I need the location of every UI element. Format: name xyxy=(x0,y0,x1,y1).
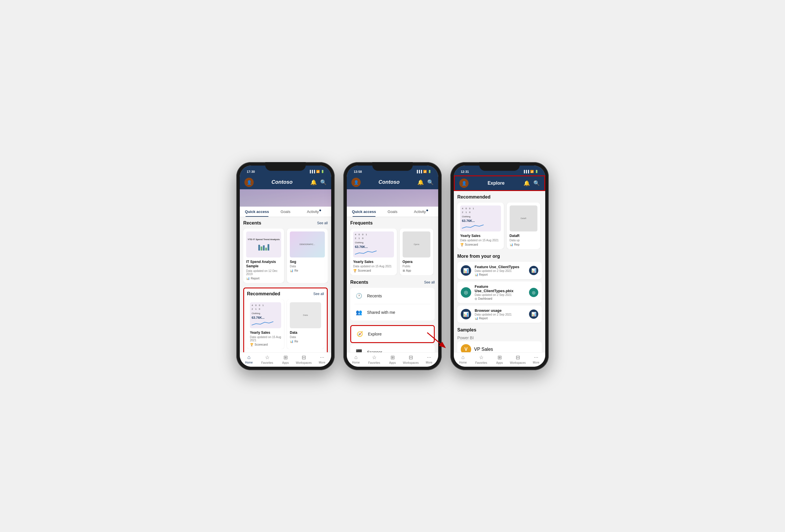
nav-favorites-3[interactable]: ☆ Favorites xyxy=(472,354,490,364)
freq-sub-2: Publis xyxy=(403,265,431,268)
time-1: 17:30 xyxy=(247,170,255,174)
rec3-title-1: Yearly Sales xyxy=(460,234,501,238)
list-item-shared[interactable]: 👥 Shared with me xyxy=(354,304,431,320)
nav-workspaces-1[interactable]: ⊟ Workspaces xyxy=(295,354,313,364)
recents-list-title: Recents xyxy=(350,280,368,285)
app-icon: ⊞ xyxy=(403,269,405,272)
recommended-cards-3: 4001 210 Clothing 63.76K... xyxy=(457,203,542,249)
list-item-scanner[interactable]: ⬛ Scanner xyxy=(354,344,431,352)
org-title: More from your org xyxy=(457,254,500,259)
scroll-content-1[interactable]: Recents See all YTD IT Spend Trend Analy… xyxy=(240,217,331,352)
nav-more-2[interactable]: ··· More xyxy=(420,354,438,364)
notch-2 xyxy=(372,162,413,171)
wifi-icon-2: 📶 xyxy=(423,170,427,173)
rec-type-2: 📊 Re xyxy=(290,340,321,343)
list-item-recents[interactable]: 🕐 Recents xyxy=(354,288,431,304)
sample-title-1: VP Sales xyxy=(474,347,493,352)
apps-label-2: Apps xyxy=(389,361,396,364)
org-icon-1: 📊 xyxy=(461,265,471,276)
search-icon-1[interactable]: 🔍 xyxy=(320,179,327,186)
rec3-type-2: 📊 Rep xyxy=(510,243,538,246)
frequents-section: Frequents 4001 2 xyxy=(350,220,435,275)
frequents-cards: 4001 210 Clothing 63.76K... xyxy=(350,229,435,275)
rec3-sub-2: Data up xyxy=(510,239,538,242)
recents-header-1: Recents See all xyxy=(243,220,328,226)
freq-card-1[interactable]: 4001 210 Clothing 63.76K... xyxy=(350,229,397,275)
scorecard-icon-3: 🏆 xyxy=(460,243,464,246)
workspaces-label-3: Workspaces xyxy=(510,361,526,364)
search-icon-3[interactable]: 🔍 xyxy=(533,180,540,186)
bell-icon-2[interactable]: 🔔 xyxy=(417,179,424,186)
more-label-3: More xyxy=(533,361,539,364)
tab-quick-access-2[interactable]: Quick access xyxy=(350,207,378,217)
org-item-3[interactable]: 📊 Browser usage Data updated on 2 Sep 20… xyxy=(457,305,542,323)
tab-activity-1[interactable]: Activity xyxy=(300,207,328,217)
rec3-card-1[interactable]: 4001 210 Clothing 63.76K... xyxy=(457,203,504,249)
nav-home-2[interactable]: ⌂ Home xyxy=(347,354,365,364)
nav-apps-2[interactable]: ⊞ Apps xyxy=(383,354,402,364)
recommended-header-3: Recommended xyxy=(457,194,542,200)
battery-icon-2: 🔋 xyxy=(428,170,431,173)
search-icon-2[interactable]: 🔍 xyxy=(427,179,434,186)
nav-favorites-2[interactable]: ☆ Favorites xyxy=(365,354,383,364)
frequents-header: Frequents xyxy=(350,220,435,226)
avatar-2[interactable]: 👤 xyxy=(351,178,361,187)
recommended-see-all-1[interactable]: See all xyxy=(313,292,324,296)
org-item-2[interactable]: ◎ Feature Use_ClientTypes.pbix Data upda… xyxy=(457,282,542,303)
bottom-nav-2: ⌂ Home ☆ Favorites ⊞ Apps ⊟ Workspaces xyxy=(347,352,438,367)
tab-goals-1[interactable]: Goals xyxy=(271,207,300,217)
nav-apps-1[interactable]: ⊞ Apps xyxy=(276,354,295,364)
org-type-2: ◎ Dashboard xyxy=(475,297,526,300)
explore-highlight: 🧭 Explore xyxy=(350,325,435,343)
sample-icon-1: V xyxy=(461,344,471,352)
recents-title-1: Recents xyxy=(243,220,261,226)
header-title-1: Contoso xyxy=(272,179,293,185)
apps-label-1: Apps xyxy=(282,361,289,364)
nav-more-3[interactable]: ··· More xyxy=(527,354,545,364)
org-item-1[interactable]: 📊 Feature Use_ClientTypes Data updated o… xyxy=(457,262,542,279)
nav-home-1[interactable]: ⌂ Home xyxy=(240,354,258,364)
freq-thumb-2: Opera xyxy=(403,232,431,258)
avatar-3[interactable]: 👤 xyxy=(459,179,469,188)
signal-icon-2: ▐▐▐ xyxy=(416,170,422,173)
recents-card-1-2[interactable]: DEMOGRAFIC... Seg Data 📊 Re xyxy=(287,229,328,283)
phone-2: 13:58 ▐▐▐ 📶 🔋 👤 Contoso 🔔 🔍 xyxy=(343,162,442,370)
card-title-1-1: IT Spend Analysis Sample xyxy=(246,260,281,269)
report-icon-2: 📊 xyxy=(290,269,293,272)
bell-icon-3[interactable]: 🔔 xyxy=(524,180,530,186)
nav-workspaces-3[interactable]: ⊟ Workspaces xyxy=(509,354,527,364)
recommended-card-1-1[interactable]: 4001 210 Clothing 63.76K... xyxy=(247,299,284,349)
tab-goals-2[interactable]: Goals xyxy=(378,207,407,217)
clothing-chart-1: 4001 210 Clothing 63.76K... xyxy=(250,302,281,328)
avatar-1[interactable]: 👤 xyxy=(245,178,254,187)
recents-list-see-all[interactable]: See all xyxy=(424,280,435,284)
nav-more-1[interactable]: ··· More xyxy=(313,354,331,364)
nav-workspaces-2[interactable]: ⊟ Workspaces xyxy=(402,354,420,364)
recommended-header-1: Recommended See all xyxy=(247,291,324,296)
recents-list: 🕐 Recents 👥 Shared with me xyxy=(350,288,435,320)
recents-card-1-1[interactable]: YTD IT Spend Trend Analysis xyxy=(243,229,284,283)
freq-card-2[interactable]: Opera Opera Publis ⊞ App xyxy=(400,229,434,275)
nav-favorites-1[interactable]: ☆ Favorites xyxy=(258,354,276,364)
tab-quick-access-1[interactable]: Quick access xyxy=(243,207,271,217)
tab-activity-2[interactable]: Activity xyxy=(407,207,435,217)
rec3-thumb-2: DataR xyxy=(510,206,538,232)
list-item-explore[interactable]: 🧭 Explore xyxy=(355,326,430,342)
rec3-card-2[interactable]: DataR DataR Data up 📊 Rep xyxy=(507,203,540,249)
hero-image-1 xyxy=(240,189,331,207)
phone-1: 17:30 ▐▐▐ 📶 🔋 👤 Contoso 🔔 🔍 xyxy=(236,162,335,370)
time-2: 13:58 xyxy=(354,170,362,174)
phone-3: 12:31 ▐▐▐ 📶 🔋 👤 Explore 🔔 🔍 xyxy=(450,162,549,370)
nav-home-3[interactable]: ⌂ Home xyxy=(454,354,472,364)
bottom-nav-1: ⌂ Home ☆ Favorites ⊞ Apps ⊟ Workspaces xyxy=(240,352,331,367)
nav-apps-3[interactable]: ⊞ Apps xyxy=(490,354,508,364)
recommended-card-1-2[interactable]: Data Data Data 📊 Re xyxy=(287,299,324,349)
bell-icon-1[interactable]: 🔔 xyxy=(310,179,317,186)
sample-item-1[interactable]: V VP Sales xyxy=(457,341,542,352)
rec-thumb-2: Data xyxy=(290,302,321,328)
recents-see-all-1[interactable]: See all xyxy=(317,221,328,225)
scroll-content-3[interactable]: Recommended 4001 xyxy=(454,191,545,352)
clothing-numbers-2: 210 xyxy=(252,308,279,310)
dashboard-icon: ◎ xyxy=(475,297,477,300)
report-icon-4: 📊 xyxy=(510,243,513,246)
